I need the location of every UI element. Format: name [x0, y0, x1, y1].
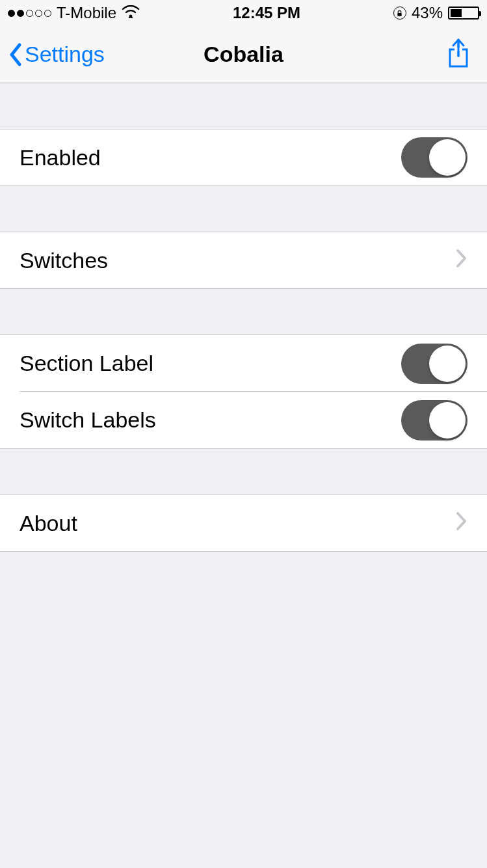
svg-rect-1: [398, 13, 402, 16]
row-about-label: About: [20, 511, 456, 536]
toggle-switch-labels[interactable]: [401, 400, 467, 441]
row-switches[interactable]: Switches: [0, 232, 487, 289]
row-section-label: Section Label: [0, 334, 487, 392]
wifi-icon: [122, 4, 140, 22]
carrier-label: T-Mobile: [57, 4, 116, 22]
signal-strength-icon: [8, 10, 51, 17]
row-section-label-label: Section Label: [20, 351, 401, 376]
status-left: T-Mobile: [8, 4, 140, 22]
row-switches-label: Switches: [20, 248, 456, 273]
nav-bar: Settings Cobalia: [0, 26, 487, 83]
row-enabled-label: Enabled: [20, 145, 401, 170]
toggle-section-label[interactable]: [401, 344, 467, 384]
share-icon: [445, 38, 471, 69]
back-label: Settings: [25, 42, 105, 67]
chevron-left-icon: [8, 42, 23, 67]
row-about[interactable]: About: [0, 495, 487, 552]
back-button[interactable]: Settings: [0, 42, 105, 67]
chevron-right-icon: [456, 248, 467, 273]
status-time: 12:45 PM: [233, 4, 300, 22]
battery-percent: 43%: [412, 4, 443, 22]
svg-point-0: [129, 15, 133, 18]
row-switch-labels: Switch Labels: [0, 392, 487, 449]
battery-icon: [448, 7, 479, 20]
orientation-lock-icon: [393, 7, 406, 20]
status-bar: T-Mobile 12:45 PM 43%: [0, 0, 487, 26]
chevron-right-icon: [456, 511, 467, 536]
row-switch-labels-label: Switch Labels: [20, 407, 401, 433]
share-button[interactable]: [445, 38, 487, 72]
toggle-enabled[interactable]: [401, 137, 467, 178]
status-right: 43%: [393, 4, 479, 22]
row-enabled: Enabled: [0, 129, 487, 186]
